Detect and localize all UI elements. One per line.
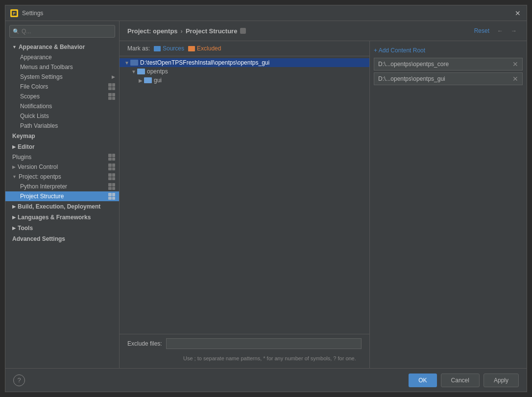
folder-icon-gui bbox=[144, 77, 152, 83]
sidebar-item-appearance[interactable]: Appearance bbox=[5, 52, 119, 62]
folder-icon-orange bbox=[188, 46, 195, 51]
dialog-body: 🔍 ▼ Appearance & Behavior Appearance Men… bbox=[5, 21, 527, 368]
sidebar-item-python-interpreter[interactable]: Python Interpreter bbox=[5, 182, 119, 191]
chevron-down-icon-project: ▼ bbox=[12, 174, 17, 179]
mark-sources-button[interactable]: Sources bbox=[154, 45, 184, 52]
content-header: Project: opentps › Project Structure Res… bbox=[120, 21, 527, 41]
mark-as-bar: Mark as: Sources Excluded bbox=[120, 41, 369, 56]
search-icon: 🔍 bbox=[13, 28, 20, 35]
exclude-files-label: Exclude files: bbox=[127, 340, 162, 347]
dialog-footer: ? OK Cancel Apply bbox=[5, 368, 527, 392]
content-root-item-0: D:\...opentps\opentps_core ✕ bbox=[374, 58, 523, 70]
close-button[interactable]: ✕ bbox=[514, 9, 522, 17]
sidebar-item-menus-toolbars[interactable]: Menus and Toolbars bbox=[5, 62, 119, 72]
tree-folder-name-gui: gui bbox=[154, 77, 162, 84]
sidebar-group-editor[interactable]: ▶ Editor bbox=[5, 141, 119, 152]
grid-icon bbox=[108, 93, 115, 100]
sidebar-group-appearance-behavior[interactable]: ▼ Appearance & Behavior bbox=[5, 42, 119, 52]
chevron-right-icon-gui: ▶ bbox=[137, 78, 144, 83]
svg-text:P: P bbox=[13, 11, 16, 16]
breadcrumb: Project: opentps › Project Structure bbox=[127, 27, 246, 35]
forward-button[interactable]: → bbox=[509, 26, 519, 36]
sidebar-group-label: Appearance & Behavior bbox=[19, 44, 85, 50]
remove-content-root-1-button[interactable]: ✕ bbox=[512, 75, 518, 83]
sidebar-item-quick-lists[interactable]: Quick Lists bbox=[5, 111, 119, 121]
breadcrumb-current: Project Structure bbox=[186, 27, 237, 35]
chevron-right-icon: ▶ bbox=[112, 74, 115, 79]
tree-item-opentps[interactable]: ▼ opentps bbox=[126, 67, 369, 76]
app-icon: P bbox=[10, 9, 18, 17]
sidebar-item-system-settings[interactable]: System Settings ▶ bbox=[5, 72, 119, 82]
sidebar-item-plugins[interactable]: Plugins bbox=[5, 152, 119, 162]
file-tree-panel: Mark as: Sources Excluded ▼ bbox=[120, 41, 370, 368]
titlebar: P Settings ✕ bbox=[5, 5, 527, 21]
sidebar-item-advanced-settings[interactable]: Advanced Settings bbox=[5, 234, 119, 244]
sidebar: 🔍 ▼ Appearance & Behavior Appearance Men… bbox=[5, 21, 120, 368]
folder-icon-tree-root bbox=[130, 60, 138, 66]
grid-icon bbox=[108, 193, 115, 200]
chevron-right-icon-editor: ▶ bbox=[12, 144, 16, 149]
main-content: Project: opentps › Project Structure Res… bbox=[120, 21, 527, 368]
ok-button[interactable]: OK bbox=[409, 374, 436, 387]
tree-root-path: D:\testOpenTPSFreshInstall\opentps\opent… bbox=[140, 59, 269, 66]
grid-icon bbox=[108, 83, 115, 90]
content-roots-panel: + Add Content Root D:\...opentps\opentps… bbox=[370, 41, 527, 368]
cancel-button[interactable]: Cancel bbox=[441, 374, 480, 387]
dialog-title: Settings bbox=[22, 10, 514, 17]
header-actions: Reset ← → bbox=[472, 26, 519, 36]
grid-icon bbox=[108, 163, 115, 170]
content-root-item-1: D:\...opentps\opentps_gui ✕ bbox=[374, 72, 523, 85]
exclude-hint: Use ; to separate name patterns, * for a… bbox=[120, 353, 369, 368]
folder-icon-blue bbox=[154, 46, 161, 51]
footer-buttons: OK Cancel Apply bbox=[409, 374, 519, 387]
sidebar-item-keymap[interactable]: Keymap bbox=[5, 131, 119, 141]
sidebar-item-scopes[interactable]: Scopes bbox=[5, 92, 119, 101]
add-content-root-button[interactable]: + Add Content Root bbox=[374, 45, 523, 58]
grid-icon bbox=[108, 154, 115, 161]
grid-icon bbox=[108, 183, 115, 190]
chevron-right-icon-build: ▶ bbox=[12, 204, 16, 209]
mark-excluded-button[interactable]: Excluded bbox=[188, 45, 221, 52]
sidebar-group-project[interactable]: ▼ Project: opentps bbox=[5, 172, 119, 182]
reset-button[interactable]: Reset bbox=[472, 26, 491, 35]
content-root-path-0: D:\...opentps\opentps_core bbox=[378, 61, 449, 68]
mark-as-label: Mark as: bbox=[127, 45, 150, 52]
grid-icon-header bbox=[240, 28, 246, 34]
exclude-files-row: Exclude files: bbox=[120, 334, 369, 353]
breadcrumb-parent: Project: opentps bbox=[127, 27, 178, 35]
exclude-files-input[interactable] bbox=[166, 338, 362, 349]
chevron-down-icon-opentps: ▼ bbox=[130, 69, 137, 74]
breadcrumb-arrow: › bbox=[181, 27, 183, 35]
search-input[interactable] bbox=[22, 28, 112, 35]
tree-area: ▼ D:\testOpenTPSFreshInstall\opentps\ope… bbox=[120, 56, 369, 334]
sidebar-item-notifications[interactable]: Notifications bbox=[5, 101, 119, 111]
remove-content-root-0-button[interactable]: ✕ bbox=[512, 60, 518, 68]
apply-button[interactable]: Apply bbox=[484, 374, 519, 387]
settings-dialog: P Settings ✕ 🔍 ▼ Appearance & Behavior A… bbox=[5, 5, 527, 392]
content-root-path-1: D:\...opentps\opentps_gui bbox=[378, 75, 445, 82]
chevron-right-icon-vc: ▶ bbox=[12, 164, 16, 169]
search-box[interactable]: 🔍 bbox=[9, 25, 115, 38]
sidebar-group-tools[interactable]: ▶ Tools bbox=[5, 223, 119, 234]
chevron-down-icon-tree: ▼ bbox=[123, 60, 130, 66]
help-button[interactable]: ? bbox=[13, 374, 25, 386]
back-button[interactable]: ← bbox=[495, 26, 505, 36]
sidebar-group-build[interactable]: ▶ Build, Execution, Deployment bbox=[5, 201, 119, 212]
exclude-files-section: Exclude files: Use ; to separate name pa… bbox=[120, 334, 369, 368]
chevron-down-icon: ▼ bbox=[12, 45, 17, 49]
folder-icon-opentps bbox=[137, 69, 145, 74]
sidebar-item-file-colors[interactable]: File Colors bbox=[5, 82, 119, 92]
sidebar-item-project-structure[interactable]: Project Structure bbox=[5, 191, 119, 201]
content-body: Mark as: Sources Excluded ▼ bbox=[120, 41, 527, 368]
tree-item-root[interactable]: ▼ D:\testOpenTPSFreshInstall\opentps\ope… bbox=[120, 58, 369, 67]
tree-folder-name-opentps: opentps bbox=[147, 68, 168, 75]
chevron-right-icon-lang: ▶ bbox=[12, 215, 16, 220]
sidebar-group-version-control[interactable]: ▶ Version Control bbox=[5, 162, 119, 172]
tree-item-gui[interactable]: ▶ gui bbox=[133, 76, 369, 85]
sidebar-item-path-variables[interactable]: Path Variables bbox=[5, 121, 119, 131]
chevron-right-icon-tools: ▶ bbox=[12, 226, 16, 231]
grid-icon bbox=[108, 173, 115, 180]
sidebar-group-languages[interactable]: ▶ Languages & Frameworks bbox=[5, 212, 119, 223]
